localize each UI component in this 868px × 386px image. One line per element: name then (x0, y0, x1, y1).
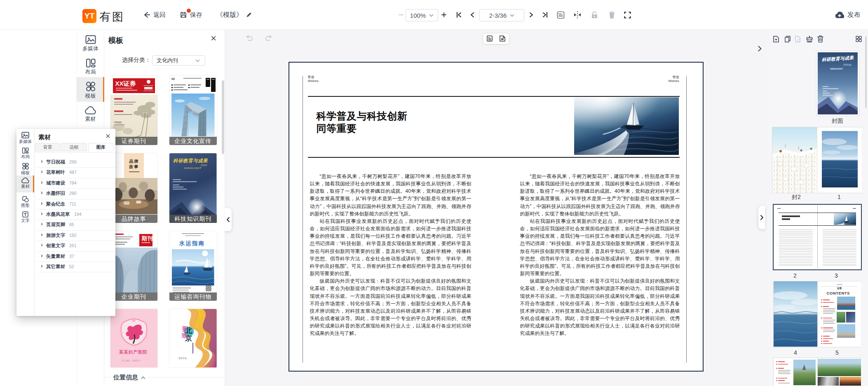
svg-text:2019年期: 2019年期 (843, 64, 852, 66)
svg-text:HIGHLIGHT: HIGHLIGHT (830, 68, 843, 70)
